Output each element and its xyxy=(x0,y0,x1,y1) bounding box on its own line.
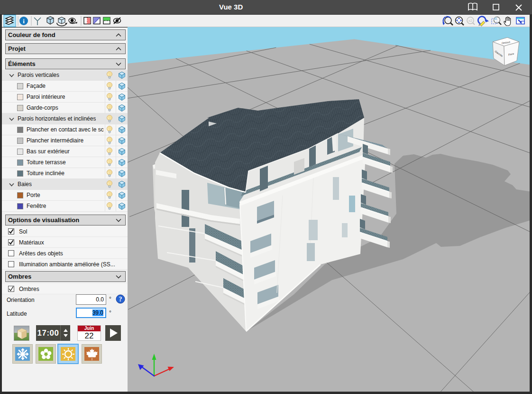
svg-text:x2: x2 xyxy=(468,19,473,23)
svg-text:i: i xyxy=(23,18,25,25)
svg-text:?: ? xyxy=(119,296,122,303)
